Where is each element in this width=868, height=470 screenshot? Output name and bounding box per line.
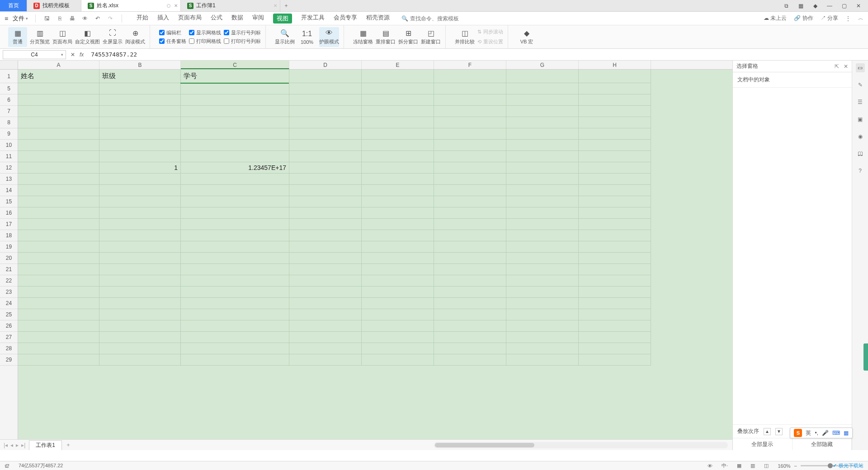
cell-G20[interactable] [506,253,579,264]
cell-H21[interactable] [579,264,651,275]
cell-E18[interactable] [362,230,434,241]
cell-D22[interactable] [289,275,362,287]
cell-H29[interactable] [579,354,651,366]
cell-E7[interactable] [362,106,434,117]
cell-F16[interactable] [434,207,506,219]
cell-F20[interactable] [434,253,506,264]
cell-F5[interactable] [434,83,506,94]
ime-voice-icon[interactable]: 🎤 [822,430,829,436]
badge-icon[interactable]: ⧉ [783,3,789,9]
row-header-19[interactable]: 19 [0,241,18,253]
menu-formula[interactable]: 公式 [211,14,222,24]
cell-B20[interactable] [99,253,181,264]
cell-E14[interactable] [362,185,434,196]
cell-E19[interactable] [362,241,434,253]
cell-A18[interactable] [18,230,99,241]
cell-E21[interactable] [362,264,434,275]
menu-member[interactable]: 会员专享 [334,14,357,24]
cell-D26[interactable] [289,320,362,332]
cell-G26[interactable] [506,320,579,332]
row-header-17[interactable]: 17 [0,219,18,230]
chk-taskpane[interactable]: 任务窗格 [159,38,186,45]
cell-C22[interactable] [181,275,289,287]
cell-B8[interactable] [99,117,181,128]
cell-D19[interactable] [289,241,362,253]
minimize-icon[interactable]: ― [826,3,833,9]
cell-H7[interactable] [579,106,651,117]
cell-H16[interactable] [579,207,651,219]
cell-C13[interactable] [181,174,289,185]
cell-D1[interactable] [289,70,362,83]
cell-H27[interactable] [579,332,651,343]
cell-C7[interactable] [181,106,289,117]
first-icon[interactable]: |◂ [4,442,8,448]
formula-input[interactable] [88,51,865,58]
cell-B18[interactable] [99,230,181,241]
row-header-9[interactable]: 9 [0,128,18,140]
cell-G23[interactable] [506,287,579,298]
new-window-button[interactable]: ◰新建窗口 [421,27,441,47]
cell-G1[interactable] [506,70,579,83]
row-header-5[interactable]: 5 [0,83,18,94]
view-page-icon[interactable]: ▥ [750,463,755,469]
cell-A27[interactable] [18,332,99,343]
cell-E13[interactable] [362,174,434,185]
cell-D10[interactable] [289,140,362,151]
backup-tool-icon[interactable]: ◉ [856,132,865,141]
cell-H22[interactable] [579,275,651,287]
cell-C12[interactable]: 1.23457E+17 [181,162,289,174]
select-tool-icon[interactable]: ▭ [856,63,865,72]
cell-D16[interactable] [289,207,362,219]
skin-icon[interactable]: ◆ [812,3,818,9]
cell-D11[interactable] [289,151,362,162]
col-header-B[interactable]: B [99,61,181,69]
property-tool-icon[interactable]: ▣ [856,115,865,124]
menu-layout[interactable]: 页面布局 [178,14,202,24]
cloud-status[interactable]: ☁ 未上云 [764,14,787,22]
cell-C16[interactable] [181,207,289,219]
cell-A15[interactable] [18,196,99,207]
cell-A9[interactable] [18,128,99,140]
ime-punct-icon[interactable]: •, [815,430,818,436]
cell-D15[interactable] [289,196,362,207]
cell-C24[interactable] [181,298,289,309]
cell-A24[interactable] [18,298,99,309]
cell-H19[interactable] [579,241,651,253]
cell-F21[interactable] [434,264,506,275]
cell-A6[interactable] [18,94,99,106]
chk-print-grid[interactable]: 打印网格线 [189,38,221,45]
cell-C10[interactable] [181,140,289,151]
undo-icon[interactable]: ↶ [94,14,102,23]
cell-B1[interactable]: 班级 [99,70,181,83]
col-header-A[interactable]: A [18,61,99,69]
name-box[interactable]: C4 [3,50,66,59]
cell-G21[interactable] [506,264,579,275]
cell-G19[interactable] [506,241,579,253]
command-search[interactable]: 🔍 [401,15,464,22]
split-window-button[interactable]: ⊞拆分窗口 [398,27,418,47]
hide-all-button[interactable]: 全部隐藏 [793,438,852,450]
cell-G27[interactable] [506,332,579,343]
cell-G28[interactable] [506,343,579,354]
cell-C21[interactable] [181,264,289,275]
cell-H28[interactable] [579,343,651,354]
hamburger-icon[interactable]: ≡ [5,15,8,22]
cell-C15[interactable] [181,196,289,207]
cell-F1[interactable] [434,70,506,83]
cell-D17[interactable] [289,219,362,230]
add-tab-button[interactable]: ＋ [280,0,292,11]
row-header-29[interactable]: 29 [0,354,18,366]
row-header-21[interactable]: 21 [0,264,18,275]
cn-icon[interactable]: 中· [722,462,728,469]
cell-E17[interactable] [362,219,434,230]
cell-H25[interactable] [579,309,651,320]
zoom-handle[interactable] [828,463,833,468]
compare-button[interactable]: ◫并排比较 [455,27,475,47]
cell-D20[interactable] [289,253,362,264]
row-header-14[interactable]: 14 [0,185,18,196]
menu-data[interactable]: 数据 [231,14,243,24]
cell-G15[interactable] [506,196,579,207]
cell-H20[interactable] [579,253,651,264]
cell-D5[interactable] [289,83,362,94]
cell-G8[interactable] [506,117,579,128]
